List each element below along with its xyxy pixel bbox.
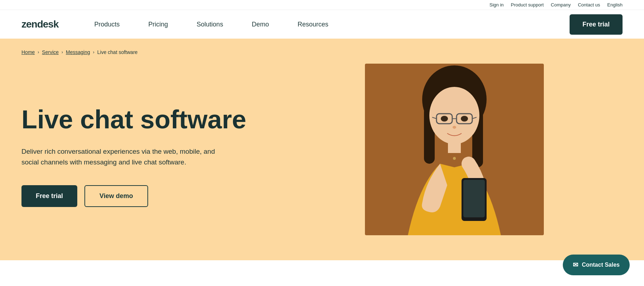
main-nav: zendesk Products Pricing Solutions Demo … [0, 10, 644, 39]
mail-icon: ✉ [573, 261, 578, 269]
svg-point-10 [461, 116, 468, 122]
nav-products[interactable]: Products [80, 10, 134, 39]
hero-content: Live chat software Deliver rich conversa… [0, 39, 268, 260]
language-link[interactable]: English [607, 2, 623, 8]
svg-point-9 [441, 116, 448, 122]
nav-demo[interactable]: Demo [238, 10, 283, 39]
bottom-section: A guide to the 15 best live chat [0, 260, 644, 286]
product-support-link[interactable]: Product support [511, 2, 544, 8]
utility-bar: Sign in Product support Company Contact … [0, 0, 644, 10]
nav-links: Products Pricing Solutions Demo Resource… [80, 10, 570, 39]
hero-description: Deliver rich conversational experiences … [21, 146, 222, 168]
svg-point-11 [453, 126, 456, 129]
contact-sales-label: Contact Sales [582, 262, 620, 268]
nav-resources[interactable]: Resources [283, 10, 343, 39]
sign-in-link[interactable]: Sign in [489, 2, 504, 8]
svg-point-15 [453, 157, 456, 160]
contact-sales-button[interactable]: ✉ Contact Sales [563, 255, 630, 275]
svg-rect-12 [448, 140, 461, 153]
hero-free-trial-button[interactable]: Free trial [21, 185, 77, 207]
contact-us-link[interactable]: Contact us [578, 2, 600, 8]
logo[interactable]: zendesk [21, 19, 59, 30]
hero-person-illustration [365, 64, 544, 235]
svg-rect-14 [463, 180, 485, 217]
hero-buttons: Free trial View demo [21, 185, 246, 207]
hero-image [365, 64, 544, 235]
nav-pricing[interactable]: Pricing [134, 10, 182, 39]
company-link[interactable]: Company [551, 2, 571, 8]
hero-section: Home › Service › Messaging › Live chat s… [0, 39, 644, 260]
hero-title: Live chat software [21, 106, 246, 133]
nav-solutions[interactable]: Solutions [182, 10, 238, 39]
nav-free-trial-button[interactable]: Free trial [570, 14, 623, 35]
hero-view-demo-button[interactable]: View demo [84, 185, 148, 207]
